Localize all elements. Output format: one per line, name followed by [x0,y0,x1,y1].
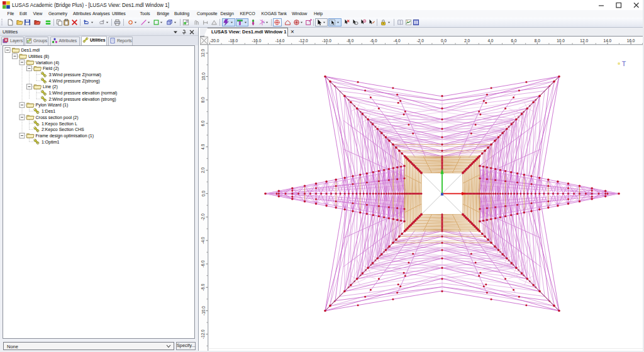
svg-text:-20.0: -20.0 [210,38,219,43]
svg-text:2:Wind pressure elevation (str: 2:Wind pressure elevation (strong) [49,97,116,102]
svg-text:2:Kepco Section CHS: 2:Kepco Section CHS [42,127,84,132]
svg-text:2.0: 2.0 [464,38,470,43]
svg-text:12.0: 12.0 [201,49,206,57]
svg-text:8.0: 8.0 [535,38,540,43]
svg-text:4.0: 4.0 [201,144,206,149]
svg-text:-6.0: -6.0 [201,260,206,268]
svg-text:-2.0: -2.0 [201,213,206,221]
svg-text:-12.0: -12.0 [201,329,206,339]
svg-text:Cross section pool (2): Cross section pool (2) [36,115,79,120]
svg-text:0.0: 0.0 [201,191,206,196]
svg-text:6.0: 6.0 [511,38,517,43]
svg-text:3:Wind pressure Z(normal): 3:Wind pressure Z(normal) [49,72,101,77]
svg-text:1:Des1: 1:Des1 [42,109,55,113]
svg-text:14.0: 14.0 [604,38,612,43]
svg-text:Field (2): Field (2) [43,66,59,71]
svg-text:-6.0: -6.0 [370,38,377,43]
svg-text:Line (2): Line (2) [43,84,58,89]
svg-text:-4.0: -4.0 [201,237,206,244]
svg-text:1:Kepco Section L: 1:Kepco Section L [42,122,77,127]
svg-text:-2.0: -2.0 [417,38,425,43]
svg-text:4:Wind pressure Z(strong): 4:Wind pressure Z(strong) [49,79,100,84]
svg-text:10.0: 10.0 [201,72,206,81]
svg-text:Des1.mdl: Des1.mdl [21,48,40,52]
svg-text:6.0: 6.0 [201,120,206,126]
svg-text:-10.0: -10.0 [201,306,206,315]
svg-text:Pylon Wizard (1): Pylon Wizard (1) [36,103,69,108]
svg-text:10.0: 10.0 [557,38,565,43]
svg-text:1:Wind pressure elevation (nor: 1:Wind pressure elevation (normal) [49,91,118,96]
svg-text:-18.0: -18.0 [228,38,238,43]
svg-text:-12.0: -12.0 [299,38,308,43]
svg-text:-8.0: -8.0 [201,283,206,291]
svg-text:-8.0: -8.0 [347,38,354,43]
svg-text:2.0: 2.0 [201,167,206,173]
svg-text:T: T [622,60,626,67]
svg-text:Frame design optimisation (1): Frame design optimisation (1) [36,133,94,139]
svg-text:-14.0: -14.0 [275,38,285,43]
svg-text:4.0: 4.0 [487,38,493,43]
svg-text:-4.0: -4.0 [393,38,401,43]
svg-text:-16.0: -16.0 [252,38,261,43]
svg-text:Variation (4): Variation (4) [36,60,60,65]
svg-text:16.0: 16.0 [627,38,635,43]
svg-text:1:Optim1: 1:Optim1 [42,140,60,145]
svg-text:12.0: 12.0 [580,38,588,43]
svg-text:0.0: 0.0 [441,38,447,43]
svg-text:-10.0: -10.0 [322,38,331,43]
svg-text:8.0: 8.0 [201,97,206,103]
svg-text:Utilities (8): Utilities (8) [28,54,49,59]
